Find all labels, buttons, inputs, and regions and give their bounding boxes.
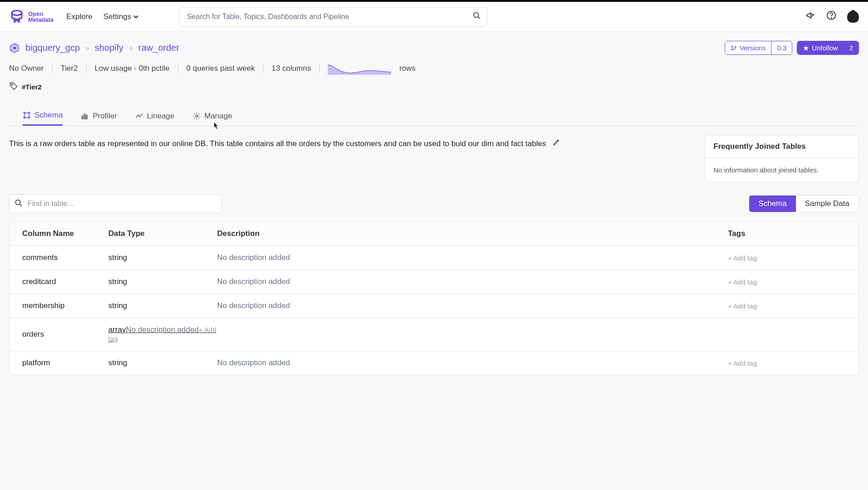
description-box: This is a raw orders table as represente… bbox=[9, 135, 694, 182]
breadcrumb-table[interactable]: raw_order bbox=[138, 43, 179, 53]
tag-row: #Tier2 bbox=[9, 81, 859, 93]
announcements-icon[interactable] bbox=[805, 10, 815, 23]
nav-settings-label: Settings bbox=[103, 12, 131, 21]
table-row: creditcardstringNo description added+ Ad… bbox=[10, 270, 858, 294]
service-icon bbox=[9, 43, 20, 54]
branch-icon bbox=[731, 45, 737, 51]
meta-queries: 0 queries past week bbox=[186, 64, 255, 73]
column-type: string bbox=[108, 358, 217, 368]
tab-lineage-label: Lineage bbox=[147, 112, 175, 121]
column-description: No description added bbox=[126, 325, 199, 334]
global-search bbox=[179, 7, 487, 27]
tab-manage[interactable]: Manage bbox=[193, 106, 232, 126]
breadcrumb-sep: » bbox=[129, 44, 133, 52]
svg-line-22 bbox=[19, 204, 22, 206]
panel-row: This is a raw orders table as represente… bbox=[9, 135, 859, 182]
column-description: No description added bbox=[217, 358, 728, 368]
search-icon bbox=[15, 199, 23, 209]
find-input[interactable] bbox=[9, 194, 222, 213]
svg-rect-18 bbox=[84, 114, 85, 119]
meta-tier: Tier2 bbox=[61, 64, 78, 73]
add-tag-button[interactable]: + Add tag bbox=[728, 254, 846, 262]
meta-rows-label: rows bbox=[399, 64, 416, 73]
svg-point-21 bbox=[15, 200, 20, 205]
view-schema[interactable]: Schema bbox=[749, 196, 795, 212]
column-type[interactable]: arrayNo description added+ Add tag bbox=[108, 325, 217, 343]
tab-manage-label: Manage bbox=[204, 112, 232, 121]
schema-icon bbox=[23, 111, 31, 119]
add-tag-button[interactable]: + Add tag bbox=[728, 278, 846, 286]
table-row: commentsstringNo description added+ Add … bbox=[10, 246, 858, 270]
chevron-down-icon bbox=[133, 14, 139, 20]
th-type: Data Type bbox=[108, 229, 217, 238]
tab-schema[interactable]: Schema bbox=[23, 106, 63, 126]
tab-schema-label: Schema bbox=[34, 111, 63, 120]
nav-explore[interactable]: Explore bbox=[66, 12, 92, 21]
joined-tables-title: Frequently Joined Tables bbox=[705, 136, 858, 158]
column-type: string bbox=[108, 301, 217, 310]
unfollow-label: Unfollow bbox=[812, 44, 838, 52]
version-value: 0.3 bbox=[771, 41, 792, 54]
svg-rect-19 bbox=[86, 115, 87, 118]
svg-marker-11 bbox=[803, 45, 809, 50]
view-toggle: Schema Sample Data bbox=[749, 195, 859, 212]
breadcrumb-database[interactable]: shopify bbox=[95, 43, 123, 53]
meta-owner[interactable]: No Owner bbox=[9, 64, 44, 73]
versions-label: Versions bbox=[740, 44, 766, 52]
breadcrumb-service[interactable]: bigquery_gcp bbox=[25, 43, 80, 53]
search-icon[interactable] bbox=[473, 11, 481, 22]
page-content: bigquery_gcp » shopify » raw_order Versi… bbox=[0, 32, 868, 384]
tier-tag[interactable]: #Tier2 bbox=[22, 83, 42, 91]
column-description: No description added bbox=[217, 253, 728, 262]
breadcrumb-row: bigquery_gcp » shopify » raw_order Versi… bbox=[9, 41, 859, 55]
joined-tables-empty: No information about joined tables. bbox=[705, 158, 858, 182]
view-sample-data[interactable]: Sample Data bbox=[796, 196, 858, 212]
th-desc: Description bbox=[217, 229, 728, 238]
column-type: string bbox=[108, 277, 217, 286]
column-name: creditcard bbox=[22, 277, 108, 286]
table-description: This is a raw orders table as represente… bbox=[9, 135, 546, 152]
breadcrumb-sep: » bbox=[85, 44, 89, 52]
column-name: orders bbox=[22, 330, 108, 339]
table-toolbar: Schema Sample Data bbox=[9, 194, 859, 213]
column-description: No description added bbox=[217, 301, 728, 310]
nav-links: Explore Settings bbox=[66, 12, 139, 21]
table-row: platformstringNo description added+ Add … bbox=[10, 351, 858, 375]
svg-point-4 bbox=[831, 18, 831, 18]
follow-count: 2 bbox=[844, 41, 858, 54]
add-tag-button[interactable]: + Add tag bbox=[728, 359, 846, 367]
table-row: membershipstringNo description added+ Ad… bbox=[10, 294, 858, 318]
tabs: Schema Profiler Lineage Manage bbox=[9, 106, 859, 126]
tab-profiler-label: Profiler bbox=[92, 112, 117, 121]
tab-profiler[interactable]: Profiler bbox=[81, 106, 117, 126]
svg-point-15 bbox=[24, 117, 25, 118]
schema-table: Column Name Data Type Description Tags c… bbox=[9, 221, 859, 375]
svg-point-14 bbox=[29, 112, 30, 113]
topnav-right bbox=[805, 10, 859, 23]
add-tag-button[interactable]: + Add tag bbox=[728, 302, 846, 310]
header-buttons: Versions 0.3 Unfollow 2 bbox=[725, 41, 859, 55]
column-name: comments bbox=[22, 253, 108, 262]
versions-button[interactable]: Versions 0.3 bbox=[725, 41, 792, 55]
brand-text: Open Metadata bbox=[28, 11, 53, 23]
logo-icon bbox=[9, 9, 24, 24]
column-name: membership bbox=[22, 301, 108, 310]
svg-point-8 bbox=[732, 46, 733, 47]
tab-lineage[interactable]: Lineage bbox=[135, 106, 175, 126]
help-icon[interactable] bbox=[826, 10, 836, 23]
svg-rect-17 bbox=[82, 116, 83, 119]
svg-point-20 bbox=[196, 115, 198, 117]
search-input[interactable] bbox=[179, 7, 487, 27]
breadcrumb: bigquery_gcp » shopify » raw_order bbox=[9, 43, 179, 54]
brand-logo[interactable]: Open Metadata bbox=[9, 9, 53, 24]
svg-point-12 bbox=[11, 84, 13, 85]
nav-settings[interactable]: Settings bbox=[103, 12, 139, 21]
unfollow-button[interactable]: Unfollow 2 bbox=[797, 41, 859, 55]
meta-columns: 13 columns bbox=[272, 64, 311, 73]
column-type: string bbox=[108, 253, 217, 262]
svg-point-0 bbox=[12, 10, 22, 15]
find-in-table bbox=[9, 194, 222, 213]
table-row: ordersarrayNo description added+ Add tag bbox=[10, 318, 858, 351]
edit-description-icon[interactable] bbox=[553, 138, 561, 147]
user-avatar[interactable] bbox=[847, 11, 859, 23]
